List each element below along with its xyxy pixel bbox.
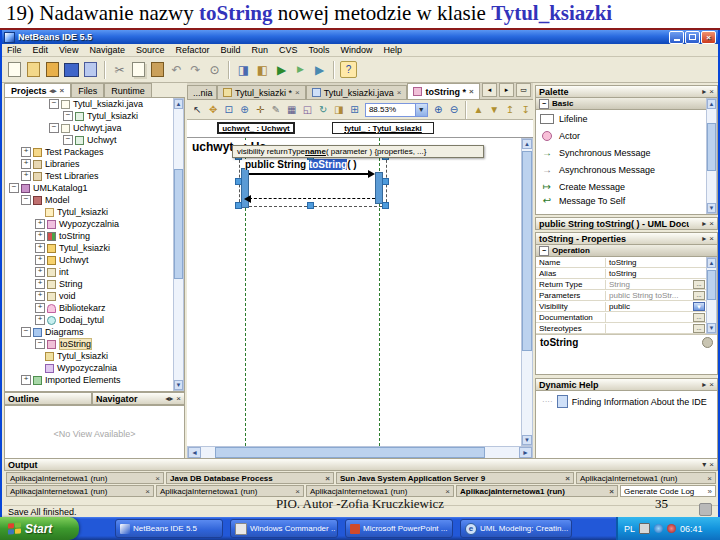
- zoom-marquee-icon[interactable]: ⊡: [221, 102, 236, 117]
- palette-item-actor[interactable]: Actor: [536, 127, 717, 144]
- menu-edit[interactable]: Edit: [33, 45, 49, 55]
- tree-item[interactable]: +Bibliotekarz: [5, 302, 184, 314]
- tree-item[interactable]: −Uchwyt.java: [5, 122, 184, 134]
- expand-icon[interactable]: +: [21, 159, 31, 169]
- palette-scrollbar[interactable]: ▲ ▼: [706, 98, 717, 214]
- tab-close-icon[interactable]: ×: [60, 86, 65, 95]
- close-tab-icon[interactable]: ×: [295, 88, 300, 97]
- select-arrow-icon[interactable]: ↖: [190, 102, 205, 117]
- build-project-icon[interactable]: ◨: [235, 61, 252, 78]
- undo-icon[interactable]: ↶: [168, 61, 185, 78]
- scroll-up-icon[interactable]: ▲: [707, 99, 716, 109]
- editor-tab-tostring-active[interactable]: toString *×: [407, 83, 479, 99]
- close-icon[interactable]: ×: [709, 380, 714, 389]
- tree-item[interactable]: Tytul_ksiazki: [5, 206, 184, 218]
- run-project-icon[interactable]: ▶: [273, 61, 290, 78]
- close-icon[interactable]: ×: [709, 460, 714, 469]
- float-panel-icon[interactable]: ▸: [702, 219, 706, 228]
- palette-group-basic[interactable]: − Basic: [536, 98, 717, 110]
- security-shield-icon[interactable]: [667, 524, 676, 533]
- scroll-up-icon[interactable]: ▲: [174, 99, 183, 109]
- chevron-down-icon[interactable]: ▼: [415, 104, 427, 116]
- collapse-icon[interactable]: −: [49, 99, 59, 109]
- move-to-front-icon[interactable]: ↥: [503, 102, 518, 117]
- close-tab-icon[interactable]: ×: [469, 87, 474, 96]
- export-image-icon[interactable]: ◨: [331, 102, 346, 117]
- tree-item[interactable]: −Tytul_ksiazki.java: [5, 98, 184, 110]
- property-row-alias[interactable]: AliastoString: [536, 268, 706, 279]
- ellipsis-button[interactable]: ...: [693, 313, 705, 322]
- tree-item[interactable]: +String: [5, 278, 184, 290]
- scroll-right-icon[interactable]: ►: [519, 447, 532, 458]
- scrollbar-thumb[interactable]: [215, 447, 485, 458]
- redo-icon[interactable]: ↷: [187, 61, 204, 78]
- output-tab[interactable]: AplikacjaInternetowa1 (run)×: [456, 485, 618, 497]
- collapse-icon[interactable]: −: [49, 123, 59, 133]
- close-icon[interactable]: ×: [176, 394, 181, 403]
- keyboard-icon[interactable]: [639, 523, 650, 534]
- expand-icon[interactable]: +: [35, 231, 45, 241]
- tree-item[interactable]: −Uchwyt: [5, 134, 184, 146]
- taskbar-item-uml-modeling[interactable]: e UML Modeling: Creatin...: [460, 519, 572, 538]
- expand-icon[interactable]: +: [35, 267, 45, 277]
- close-icon[interactable]: ×: [709, 87, 714, 96]
- collapse-icon[interactable]: −: [9, 183, 19, 193]
- help-icon[interactable]: ?: [340, 61, 357, 78]
- palette-item-create-message[interactable]: ↦Create Message: [536, 178, 717, 195]
- property-row-name[interactable]: NametoString: [536, 257, 706, 268]
- refresh-diagram-icon[interactable]: ↻: [316, 102, 331, 117]
- lifeline-head-tytul[interactable]: tytul_ : Tytul_ksiazki: [332, 122, 434, 134]
- return-message-arrow[interactable]: [249, 198, 375, 199]
- expand-icon[interactable]: +: [35, 303, 45, 313]
- scroll-down-icon[interactable]: ▼: [707, 323, 716, 333]
- paste-icon[interactable]: [149, 61, 166, 78]
- start-button[interactable]: Start: [0, 517, 79, 540]
- preview-icon[interactable]: [82, 61, 99, 78]
- collapse-icon[interactable]: −: [21, 195, 31, 205]
- ellipsis-button[interactable]: ...: [693, 324, 705, 333]
- show-grid-icon[interactable]: ▦: [284, 102, 299, 117]
- property-row-visibility[interactable]: Visibilitypublic▼: [536, 301, 706, 312]
- scroll-tabs-right-icon[interactable]: ▸: [499, 83, 514, 97]
- zoom-in-icon[interactable]: ⊕: [431, 102, 446, 117]
- menu-refactor[interactable]: Refactor: [175, 45, 209, 55]
- maximize-editor-icon[interactable]: ▭: [516, 83, 531, 97]
- tree-item[interactable]: +Dodaj_tytul: [5, 314, 184, 326]
- selection-handle[interactable]: [307, 202, 314, 209]
- tree-item[interactable]: +toString: [5, 230, 184, 242]
- output-tab[interactable]: AplikacjaInternetowa1 (run)×: [576, 472, 716, 484]
- tab-scroll-icon[interactable]: ◂▸: [50, 87, 57, 95]
- tree-item[interactable]: +Tytul_ksiazki: [5, 242, 184, 254]
- new-file-icon[interactable]: [6, 61, 23, 78]
- tree-item[interactable]: +Test Packages: [5, 146, 184, 158]
- property-row-stereotypes[interactable]: Stereotypes...: [536, 323, 706, 334]
- scroll-tabs-left-icon[interactable]: ◂: [482, 83, 497, 97]
- menu-source[interactable]: Source: [136, 45, 165, 55]
- dock-arrows-icon[interactable]: ◂▸: [165, 394, 173, 403]
- move-backward-icon[interactable]: ▼: [487, 102, 502, 117]
- messenger-icon[interactable]: [654, 524, 663, 533]
- taskbar-item-windows-commander[interactable]: Windows Commander ..: [230, 519, 338, 538]
- tree-vertical-scrollbar[interactable]: ▲ ▼: [173, 98, 184, 391]
- info-circle-icon[interactable]: [702, 337, 713, 348]
- open-project-icon[interactable]: [44, 61, 61, 78]
- tree-item[interactable]: +Uchwyt: [5, 254, 184, 266]
- clean-build-icon[interactable]: ◧: [254, 61, 271, 78]
- collapse-icon[interactable]: −: [63, 135, 73, 145]
- run-file-icon[interactable]: ▶: [292, 61, 309, 78]
- palette-item-message-to-self[interactable]: ↩Message To Self: [536, 195, 717, 207]
- interactive-zoom-icon[interactable]: ⊕: [237, 102, 252, 117]
- menu-help[interactable]: Help: [384, 45, 403, 55]
- editor-tab-partial[interactable]: ...nia: [187, 85, 217, 99]
- lifeline-head-uchwyt[interactable]: uchwyt_ : Uchwyt: [217, 122, 295, 134]
- property-row-return-type[interactable]: Return TypeString...: [536, 279, 706, 290]
- move-canvas-icon[interactable]: ✛: [253, 102, 268, 117]
- activation-bar-tytul[interactable]: [375, 172, 383, 204]
- ellipsis-button[interactable]: ...: [693, 280, 705, 289]
- collapse-icon[interactable]: −: [539, 246, 549, 256]
- close-tab-icon[interactable]: ×: [445, 487, 450, 496]
- expand-icon[interactable]: +: [21, 171, 31, 181]
- expand-icon[interactable]: +: [35, 315, 45, 325]
- move-to-back-icon[interactable]: ↧: [518, 102, 533, 117]
- palette-item-sync-message[interactable]: →Synchronous Message: [536, 144, 717, 161]
